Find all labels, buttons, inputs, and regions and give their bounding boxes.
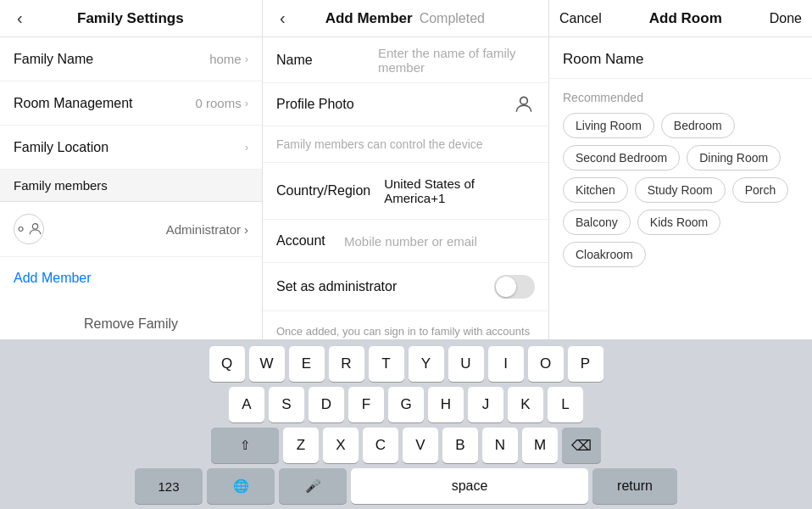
- key-p[interactable]: P: [568, 346, 603, 382]
- right-panel: Room Name Recommended Living RoomBedroom…: [549, 37, 812, 339]
- name-field-label: Name: [276, 53, 378, 68]
- left-panel-title: Family Settings: [77, 10, 184, 27]
- room-management-label: Room Management: [14, 96, 133, 111]
- key-e[interactable]: E: [289, 346, 325, 382]
- add-member-label: Add Member: [14, 271, 92, 285]
- middle-panel-title: Add Member: [325, 10, 413, 27]
- remove-family-label: Remove Family: [84, 316, 178, 332]
- member-role-label: Administrator: [166, 222, 241, 237]
- member-chevron-icon: ›: [244, 222, 248, 237]
- room-chip[interactable]: Cloakroom: [563, 242, 646, 267]
- room-management-value: 0 rooms: [195, 96, 241, 110]
- svg-point-1: [520, 97, 528, 104]
- key-v[interactable]: V: [403, 428, 438, 463]
- key-l[interactable]: L: [548, 387, 583, 422]
- room-chip[interactable]: Kitchen: [563, 177, 628, 203]
- remove-family-button[interactable]: Remove Family: [0, 299, 262, 339]
- key-h[interactable]: H: [428, 387, 464, 422]
- key-n[interactable]: N: [482, 428, 518, 463]
- family-name-label: Family Name: [14, 52, 93, 67]
- globe-key[interactable]: 🌐: [207, 468, 275, 504]
- avatar: ⚬: [14, 214, 44, 244]
- left-back-button[interactable]: ‹: [10, 5, 30, 31]
- keyboard: QWERTYUIOP ASDFGHJKL ⇧ZXCVBNM⌫ 123🌐🎤spac…: [0, 339, 812, 509]
- avatar-icon: [27, 220, 43, 238]
- info-text: Once added, you can sign in to family wi…: [263, 311, 548, 339]
- family-members-label: Family members: [14, 178, 108, 193]
- family-location-chevron-icon: ›: [245, 141, 248, 154]
- room-name-label: Room Name: [549, 37, 812, 79]
- recommended-label: Recommended: [563, 91, 798, 104]
- family-name-row[interactable]: Family Name home ›: [0, 37, 262, 81]
- key-r[interactable]: R: [329, 346, 364, 382]
- add-member-button[interactable]: Add Member: [0, 257, 262, 299]
- left-panel: Family Name home › Room Management 0 roo…: [0, 37, 263, 339]
- mic-key[interactable]: 🎤: [279, 468, 347, 504]
- room-management-row[interactable]: Room Management 0 rooms ›: [0, 81, 262, 126]
- key-c[interactable]: C: [363, 428, 398, 463]
- svg-point-0: [32, 224, 37, 229]
- admin-toggle[interactable]: [494, 275, 535, 299]
- key-s[interactable]: S: [269, 387, 304, 422]
- country-region-row[interactable]: Country/Region United States of America+…: [263, 163, 548, 220]
- key-d[interactable]: D: [309, 387, 344, 422]
- user-icon: ⚬: [14, 220, 27, 238]
- room-management-chevron-icon: ›: [245, 97, 248, 109]
- device-control-text: Family members can control the device: [276, 137, 483, 151]
- completed-label: Completed: [420, 11, 485, 26]
- key-i[interactable]: I: [488, 346, 524, 382]
- family-name-value: home: [209, 52, 242, 66]
- member-row[interactable]: ⚬ Administrator ›: [0, 202, 262, 257]
- profile-photo-label: Profile Photo: [276, 97, 378, 112]
- backspace-key[interactable]: ⌫: [562, 428, 601, 463]
- middle-panel: Name Enter the name of family member Pro…: [263, 37, 549, 339]
- return-key[interactable]: return: [592, 468, 677, 504]
- room-chip[interactable]: Bedroom: [661, 113, 735, 138]
- account-row[interactable]: Account Mobile number or email: [263, 220, 548, 263]
- shift-key[interactable]: ⇧: [211, 428, 279, 463]
- family-location-label: Family Location: [14, 140, 108, 155]
- room-chip[interactable]: Porch: [732, 177, 789, 203]
- key-q[interactable]: Q: [209, 346, 245, 382]
- cancel-button[interactable]: Cancel: [559, 11, 602, 26]
- device-control-row: Family members can control the device: [263, 126, 548, 163]
- key-t[interactable]: T: [369, 346, 404, 382]
- room-chip[interactable]: Living Room: [563, 113, 654, 138]
- room-chip[interactable]: Balcony: [563, 210, 631, 235]
- account-label: Account: [276, 233, 344, 249]
- account-input[interactable]: Mobile number or email: [344, 234, 535, 249]
- name-input[interactable]: Enter the name of family member: [378, 46, 535, 75]
- toggle-knob: [496, 277, 516, 297]
- room-chip[interactable]: Kids Room: [637, 210, 720, 235]
- key-x[interactable]: X: [323, 428, 359, 463]
- middle-back-button[interactable]: ‹: [273, 5, 292, 31]
- key-w[interactable]: W: [249, 346, 285, 382]
- key-y[interactable]: Y: [409, 346, 444, 382]
- key-u[interactable]: U: [448, 346, 484, 382]
- key-z[interactable]: Z: [283, 428, 319, 463]
- done-button[interactable]: Done: [770, 11, 802, 26]
- key-b[interactable]: B: [442, 428, 478, 463]
- profile-photo-icon: [513, 93, 535, 115]
- key-k[interactable]: K: [508, 387, 543, 422]
- key-o[interactable]: O: [528, 346, 564, 382]
- space-key[interactable]: space: [351, 468, 588, 504]
- room-chip[interactable]: Dining Room: [687, 145, 781, 171]
- key-g[interactable]: G: [388, 387, 424, 422]
- family-name-chevron-icon: ›: [245, 53, 248, 65]
- key-j[interactable]: J: [468, 387, 503, 422]
- add-room-title: Add Room: [649, 10, 722, 27]
- country-value: United States of America+1: [384, 176, 535, 205]
- family-location-row[interactable]: Family Location ›: [0, 126, 262, 170]
- key-a[interactable]: A: [229, 387, 264, 422]
- admin-toggle-label: Set as administrator: [276, 279, 397, 294]
- recommended-section: Recommended Living RoomBedroomSecond Bed…: [549, 79, 812, 267]
- room-chip[interactable]: Study Room: [635, 177, 726, 203]
- room-chip[interactable]: Second Bedroom: [563, 145, 680, 171]
- admin-toggle-row[interactable]: Set as administrator: [263, 263, 548, 311]
- number-key[interactable]: 123: [135, 468, 203, 504]
- key-f[interactable]: F: [348, 387, 384, 422]
- profile-photo-row[interactable]: Profile Photo: [263, 83, 548, 126]
- name-row[interactable]: Name Enter the name of family member: [263, 37, 548, 83]
- key-m[interactable]: M: [522, 428, 558, 463]
